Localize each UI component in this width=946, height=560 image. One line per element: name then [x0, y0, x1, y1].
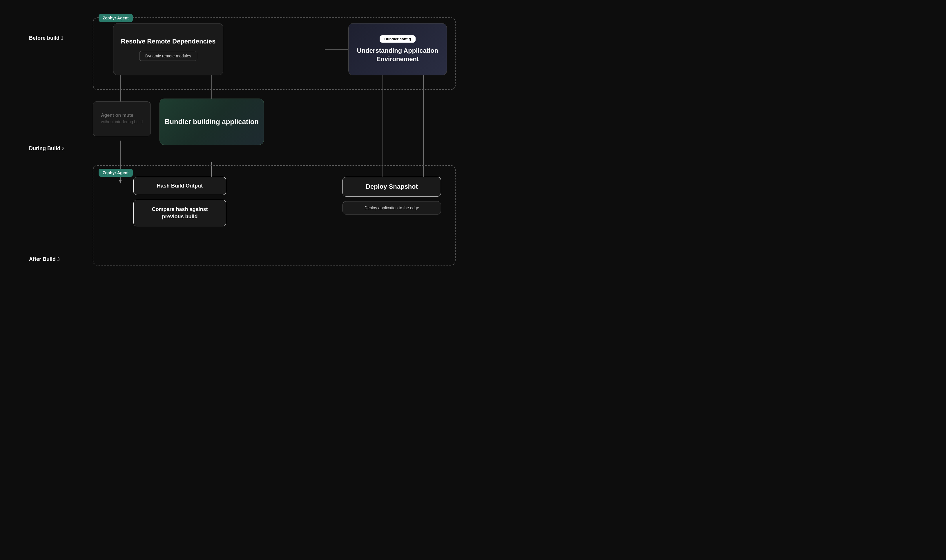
phases-column: Before build 1 During Build 2 After Buil…	[29, 12, 75, 268]
bundler-config-badge: Bundler config	[380, 35, 416, 43]
phase-before-label: Before build 1	[29, 35, 75, 42]
section-during: Agent on mute without interfering build …	[75, 93, 456, 162]
zephyr-agent-badge-top: Zephyr Agent	[99, 14, 133, 22]
compare-hash-box: Compare hash against previous build	[133, 200, 226, 226]
agent-mute-title: Agent on mute	[101, 113, 143, 118]
phase-after-label: After Build 3	[29, 256, 75, 263]
agent-mute-box: Agent on mute without interfering build	[93, 102, 151, 136]
dynamic-modules-badge: Dynamic remote modules	[139, 51, 197, 61]
deploy-edge-box: Deploy application to the edge	[342, 201, 441, 214]
phase-during-label: During Build 2	[29, 145, 75, 152]
zephyr-agent-badge-bottom: Zephyr Agent	[99, 169, 133, 177]
content-area: Zephyr Agent Resolve Remote Dependencies…	[75, 12, 456, 268]
bundler-building-box: Bundler building application	[160, 98, 264, 145]
hash-section: Hash Build Output Compare hash against p…	[133, 177, 226, 226]
diagram-container: Before build 1 During Build 2 After Buil…	[29, 12, 456, 268]
hash-build-output-box: Hash Build Output	[133, 177, 226, 195]
section-after: Zephyr Agent Hash Build Output Compare h…	[75, 162, 456, 268]
deploy-snapshot-box: Deploy Snapshot	[342, 177, 441, 197]
agent-mute-sub: without interfering build	[101, 119, 143, 125]
section-before: Zephyr Agent Resolve Remote Dependencies…	[75, 12, 456, 93]
understanding-title: Understanding Application Environement	[353, 47, 442, 63]
understanding-box: Bundler config Understanding Application…	[348, 23, 447, 75]
bundler-building-title: Bundler building application	[165, 118, 259, 126]
deploy-section: Deploy Snapshot Deploy application to th…	[342, 177, 441, 214]
resolve-deps-box: Resolve Remote Dependencies Dynamic remo…	[113, 23, 223, 75]
resolve-deps-title: Resolve Remote Dependencies	[121, 38, 216, 45]
